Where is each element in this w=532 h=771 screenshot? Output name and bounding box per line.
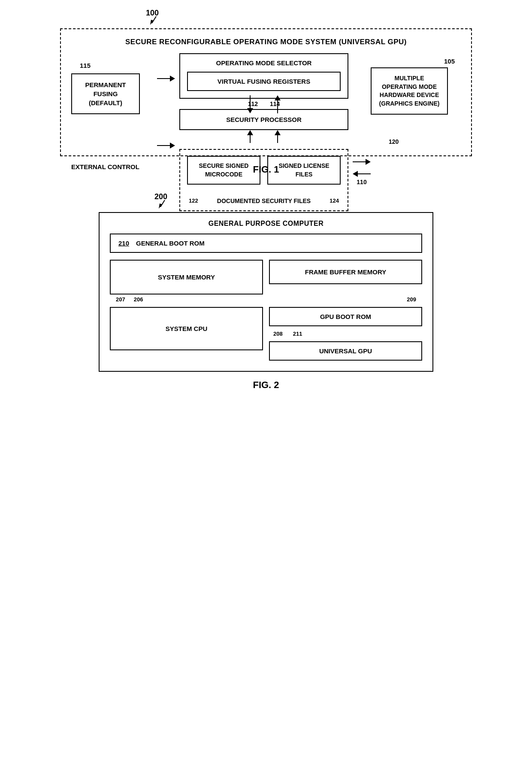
- ref-210-label: 210: [118, 240, 129, 247]
- fig2-caption: FIG. 2: [253, 379, 279, 391]
- ref-206-label: 206: [134, 296, 143, 303]
- box-gpu-boot-rom: GPU BOOT ROM: [269, 307, 422, 326]
- ref-209-label: 209: [407, 296, 416, 303]
- fig1-outer-box: SECURE RECONFIGURABLE OPERATING MODE SYS…: [60, 28, 472, 156]
- ref-211-label: 211: [293, 331, 302, 337]
- box-multiple-operating-mode: MULTIPLE OPERATING MODE HARDWARE DEVICE …: [371, 67, 448, 115]
- ref-100-arrow: [150, 16, 162, 26]
- box-secure-signed-microcode: SECURE SIGNED MICROCODE: [187, 156, 260, 185]
- ref-110-label: 110: [357, 179, 366, 185]
- svg-line-2: [160, 200, 165, 207]
- oms-title: OPERATING MODE SELECTOR: [187, 59, 341, 67]
- box-system-memory: SYSTEM MEMORY: [110, 260, 263, 294]
- fig2-outer-box: GENERAL PURPOSE COMPUTER 210 GENERAL BOO…: [99, 212, 433, 372]
- svg-marker-1: [150, 20, 154, 25]
- box-virtual-fusing-registers: VIRTUAL FUSING REGISTERS: [187, 72, 341, 91]
- ref-207-label: 207: [116, 296, 125, 303]
- fig2-section: 200 GENERAL PURPOSE COMPUTER 210 GENERAL…: [30, 192, 502, 391]
- svg-line-0: [152, 16, 156, 23]
- box-system-cpu: SYSTEM CPU: [110, 307, 263, 350]
- ref-120-label: 120: [389, 138, 461, 145]
- fig2-title: GENERAL PURPOSE COMPUTER: [110, 220, 422, 228]
- ref-208-label: 208: [273, 331, 283, 337]
- box-universal-gpu: UNIVERSAL GPU: [269, 341, 422, 361]
- ref-200-arrow: [159, 200, 171, 209]
- fig1-section: 100 SECURE RECONFIGURABLE OPERATING MODE…: [30, 9, 502, 175]
- box-general-boot-rom: 210 GENERAL BOOT ROM: [110, 234, 422, 253]
- box-frame-buffer-memory: FRAME BUFFER MEMORY: [269, 260, 422, 284]
- general-boot-rom-label: GENERAL BOOT ROM: [136, 240, 205, 247]
- box-operating-mode-selector: OPERATING MODE SELECTOR VIRTUAL FUSING R…: [179, 53, 348, 99]
- external-control-label: EXTERNAL CONTROL: [71, 162, 139, 171]
- ref-105-label: 105: [444, 58, 455, 65]
- box-signed-license-files: SIGNED LICENSE FILES: [267, 156, 341, 185]
- ref-115-label: 115: [80, 62, 91, 69]
- box-permanent-fusing: PERMANENT FUSING (DEFAULT): [71, 73, 140, 114]
- fig1-title: SECURE RECONFIGURABLE OPERATING MODE SYS…: [71, 38, 461, 46]
- svg-marker-3: [159, 203, 162, 209]
